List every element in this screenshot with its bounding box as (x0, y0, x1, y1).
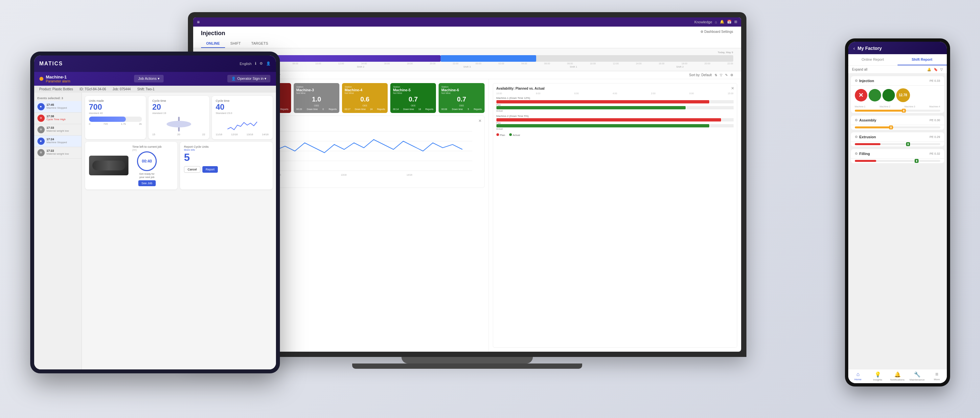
svg-text:13/16: 13/16 (341, 174, 347, 176)
event-icon-blue2: ■ (37, 138, 45, 145)
titlebar-icons: Knowledge ⌂ 🔔 📅 ⊞ (694, 20, 737, 24)
event-item[interactable]: ⚙ 17:38 Cycle Time High (34, 113, 81, 124)
language-selector[interactable]: English (240, 62, 251, 66)
actual-label: Actual (496, 110, 733, 112)
filter-icon[interactable]: ▽ (720, 73, 722, 77)
tab-online-report[interactable]: Online Report (848, 54, 897, 65)
operator-sign-in-button[interactable]: 👤 Operator Sign in ▾ (228, 75, 270, 83)
machine-4-dot[interactable]: 12.78 (896, 88, 910, 102)
settings-icon[interactable]: ⚙ (259, 61, 263, 66)
bookmark-icon[interactable]: 🔖 (934, 68, 938, 71)
event-item[interactable]: ⚙ 17:33 Material weight low (34, 124, 81, 136)
filling-expand-icon: ⊙ (855, 152, 858, 155)
tab-shift-report[interactable]: Shift Report (897, 54, 947, 65)
timeline-ticks: 00:0002:0004:0006:0008:00 10:0012:0014:0… (201, 62, 733, 65)
timeline-bar[interactable] (201, 55, 733, 62)
units-made-value: 700 (89, 102, 142, 112)
injection-pe: PE 0.33 (929, 79, 940, 83)
mc-label: Station (393, 86, 433, 88)
tab-online[interactable]: ONLINE (201, 40, 225, 48)
report-units-card: Report Cycle Units More info 5 Cancel Re… (180, 142, 273, 190)
machine-labels: Machine-1Machine-2Machine-3Machine-4 (851, 105, 944, 108)
back-button[interactable]: ‹ (854, 46, 855, 51)
cycle-time-2-std: Standard 23.0 (216, 112, 269, 114)
maintenance-nav-icon: 🔧 (914, 371, 921, 378)
product-img-inner (92, 161, 125, 170)
see-job-button[interactable]: See Job (138, 180, 156, 186)
timer-circle: 00:40 (137, 151, 157, 171)
expand-all-label[interactable]: Expand all (852, 68, 868, 71)
filling-section: ⊙ Filling PE 0.32 ▮ (851, 149, 944, 163)
injection-section: ⊙ Injection PE 0.33 ✕ 12.78 Machine-1Mac… (851, 76, 944, 113)
job-number-label: Job: 075444 (113, 87, 131, 91)
home-icon[interactable]: ⌂ (715, 20, 717, 24)
event-details: 17:33 Material weight low (47, 126, 69, 132)
assembly-pb-fill (855, 126, 893, 129)
units-made-std: standard 40 (89, 112, 142, 114)
job-actions-button[interactable]: Job Actions ▾ (134, 75, 163, 83)
nav-home[interactable]: ⌂ Home (848, 371, 868, 381)
progress-labels: 0 720 1.7k 2k (89, 122, 142, 126)
insights-nav-icon: 💡 (875, 371, 881, 378)
timeline-dates: Yesterday, May 8 Today, May 9 (201, 51, 733, 54)
timer-display: 00:40 Get ready foryour next job See Job (132, 151, 162, 186)
machine-card-6[interactable]: Station Machine-6 Not Mine 0.7 OEE 00:08… (439, 83, 484, 113)
event-item[interactable]: ■ 17:45 Machine Stopped (34, 101, 81, 113)
machine-card-3[interactable]: Station Machine-3 Not Mine 1.0 OEE 00:20… (294, 83, 339, 113)
laptop-titlebar: ≡ Knowledge ⌂ 🔔 📅 ⊞ (193, 17, 741, 27)
filling-progress: ▮ (855, 160, 940, 162)
report-button[interactable]: Report (202, 166, 218, 173)
machine-2-dot[interactable] (869, 89, 881, 102)
event-item[interactable]: ■ 17:24 Machine Stopped (34, 136, 81, 147)
toolbar-right: Sort by: Default ⇅ ▽ ✎ ⚙ (689, 73, 733, 77)
tablet-header-right: English ℹ ⚙ 👤 (240, 61, 270, 66)
injection-pb-marker: ▮ (902, 109, 906, 113)
avail-close-icon[interactable]: ✕ (731, 86, 734, 91)
tab-shift[interactable]: SHIFT (225, 40, 246, 48)
machine-1-dot[interactable]: ✕ (855, 89, 867, 102)
sort-icon[interactable]: ⇅ (714, 73, 717, 77)
cancel-button[interactable]: Cancel (184, 166, 200, 173)
actual-label-2: Actual (496, 128, 733, 130)
machine-3-dot[interactable] (883, 89, 895, 102)
settings-icon[interactable]: ⚙ (730, 73, 733, 77)
grid-icon[interactable]: ⊞ (734, 20, 737, 24)
machine-card-5[interactable]: Station Machine-5 Not Mine 0.7 OEE 00:14… (390, 83, 436, 113)
machine-subtitle: Parameter alarm (46, 79, 70, 83)
plan-bar-fill (496, 100, 709, 103)
mc-label: Station (345, 86, 385, 88)
machine-card-4[interactable]: Station Machine-4 Not Mine 0.6 OEE 00:17… (342, 83, 388, 113)
event-details: 17:45 Machine Stopped (47, 103, 67, 109)
nav-insights[interactable]: 💡 Insights (868, 371, 888, 381)
nav-maintenance[interactable]: 🔧 Maintenance (907, 371, 927, 381)
avail-legend: Plan Actual (496, 134, 733, 137)
report-more-info[interactable]: More info (184, 148, 195, 151)
cycle-time-close-icon[interactable]: ✕ (478, 119, 482, 123)
cycle-time-1-chart (153, 116, 205, 132)
shift-labels: Shift 1Shift 2Shift 3Shift 1Shift 2 (201, 65, 733, 68)
actual-bar-fill (496, 106, 686, 109)
tablet-main: Units made 700 standard 40 0 720 1.7k 2k (82, 92, 276, 369)
timeline-blue (441, 55, 536, 62)
shift-label: Shift: Two-1 (137, 87, 155, 91)
knowledge-label: Knowledge (694, 20, 712, 24)
tablet-info-bar: Product: Plastic Bottles ID: TGcf-84-34-… (34, 86, 276, 92)
bell-icon[interactable]: 🔔 (927, 68, 931, 71)
injection-progress: ▮ (855, 110, 940, 112)
event-item[interactable]: ⚙ 17:22 Material weight low (34, 147, 81, 159)
filter-icon[interactable]: ▽ (940, 68, 943, 71)
nav-notifications[interactable]: 🔔 Notifications (888, 371, 907, 381)
hamburger-menu-icon[interactable]: ≡ (197, 19, 200, 25)
machine-info: Machine-1 Parameter alarm (46, 75, 70, 83)
units-made-label: Units made (89, 99, 142, 102)
nav-more[interactable]: ≡ More (927, 371, 947, 381)
calendar-icon[interactable]: 📅 (727, 20, 732, 24)
edit-icon[interactable]: ✎ (725, 73, 728, 77)
phone-tabs: Online Report Shift Report (848, 54, 947, 66)
dashboard-settings[interactable]: ⚙ Dashboard Settings (700, 30, 733, 33)
avail-actual-bar (496, 106, 733, 109)
tab-targets[interactable]: TARGETS (246, 40, 273, 48)
laptop-base (352, 364, 582, 369)
bell-icon[interactable]: 🔔 (720, 20, 724, 24)
sort-label: Sort by: Default (689, 73, 712, 77)
